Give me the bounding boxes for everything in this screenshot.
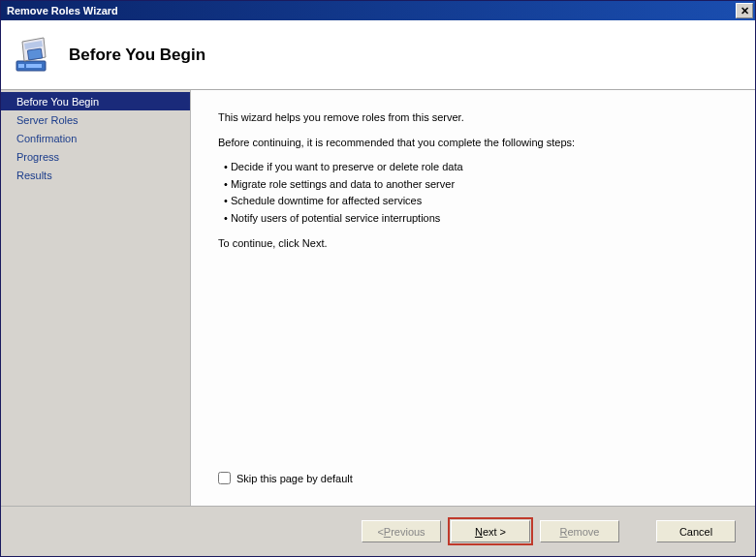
- list-item: Decide if you want to preserve or delete…: [224, 159, 728, 176]
- intro-text: This wizard helps you remove roles from …: [218, 109, 728, 127]
- bullet-list: Decide if you want to preserve or delete…: [224, 159, 728, 227]
- close-button[interactable]: ✕: [736, 3, 753, 18]
- list-item: Schedule downtime for affected services: [224, 193, 728, 210]
- next-button[interactable]: Next >: [451, 520, 530, 542]
- svg-rect-1: [18, 64, 24, 68]
- sidebar-item-label: Before You Begin: [16, 96, 99, 108]
- sidebar-item-before-you-begin[interactable]: Before You Begin: [1, 92, 190, 110]
- list-item: Notify users of potential service interr…: [224, 210, 728, 228]
- sidebar-item-server-roles[interactable]: Server Roles: [1, 110, 190, 129]
- sidebar-item-progress[interactable]: Progress: [1, 147, 190, 166]
- sidebar-item-label: Confirmation: [16, 133, 77, 144]
- list-item: Migrate role settings and data to anothe…: [224, 176, 728, 194]
- wizard-header: Before You Begin: [1, 20, 755, 90]
- svg-rect-3: [27, 48, 42, 60]
- svg-rect-2: [26, 64, 42, 68]
- footer: < Previous Next > Remove Cancel: [1, 506, 755, 556]
- continue-text: To continue, click Next.: [218, 235, 728, 253]
- sidebar-item-label: Progress: [16, 151, 59, 163]
- skip-label[interactable]: Skip this page by default: [236, 473, 353, 484]
- content-text: This wizard helps you remove roles from …: [218, 109, 728, 464]
- skip-checkbox[interactable]: [218, 472, 231, 484]
- sidebar-item-label: Server Roles: [16, 114, 79, 126]
- recommend-text: Before continuing, it is recommended tha…: [218, 135, 728, 152]
- cancel-button[interactable]: Cancel: [656, 520, 736, 542]
- content-panel: This wizard helps you remove roles from …: [190, 90, 755, 506]
- remove-button: Remove: [540, 520, 619, 542]
- sidebar-item-label: Results: [16, 170, 52, 181]
- skip-row: Skip this page by default: [218, 464, 728, 494]
- wizard-window: Remove Roles Wizard ✕ Before You Begin B…: [0, 0, 756, 557]
- titlebar: Remove Roles Wizard ✕: [1, 1, 755, 20]
- wizard-body: Before You Begin Server Roles Confirmati…: [1, 90, 755, 506]
- sidebar-item-results[interactable]: Results: [1, 166, 190, 184]
- page-title: Before You Begin: [69, 46, 205, 65]
- window-title: Remove Roles Wizard: [7, 5, 118, 16]
- sidebar-item-confirmation[interactable]: Confirmation: [1, 129, 190, 147]
- server-icon: [13, 32, 53, 78]
- sidebar: Before You Begin Server Roles Confirmati…: [1, 90, 190, 506]
- previous-button: < Previous: [362, 520, 441, 542]
